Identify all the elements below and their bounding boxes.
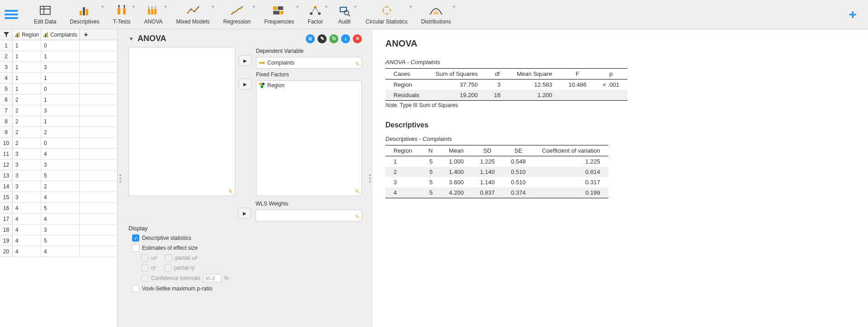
table-cell: 1.225 (534, 156, 608, 167)
cell-region[interactable]: 2 (13, 138, 41, 148)
toolbar-regression[interactable]: Regression▼ (217, 4, 258, 25)
cell-region[interactable]: 1 (13, 84, 41, 94)
close-button[interactable]: ✕ (353, 34, 362, 43)
move-to-wls-button[interactable]: ▶ (238, 208, 251, 219)
splitter-right[interactable] (367, 29, 373, 327)
column-header-region[interactable]: Region (13, 29, 41, 40)
cell-region[interactable]: 3 (13, 181, 41, 192)
cell-region[interactable]: 4 (13, 214, 41, 224)
toolbar-audit[interactable]: Audit▼ (330, 4, 359, 25)
toolbar-descriptives[interactable]: Descriptives▼ (63, 4, 106, 25)
factors-field[interactable]: Region ✎ (256, 80, 362, 196)
cell-complaints[interactable]: 5 (41, 235, 80, 246)
data-row[interactable]: 621 (0, 94, 117, 105)
cell-complaints[interactable]: 4 (41, 149, 80, 159)
cb-descriptive[interactable]: ✓ Descriptive statistics (128, 234, 362, 242)
filter-button[interactable] (0, 29, 13, 40)
data-row[interactable]: 1335 (0, 170, 117, 181)
info-button[interactable]: i (341, 34, 350, 43)
toolbar-frequencies[interactable]: Frequencies▼ (257, 4, 301, 25)
cell-region[interactable]: 4 (13, 203, 41, 213)
data-row[interactable]: 110 (0, 40, 117, 51)
svg-point-42 (382, 9, 384, 11)
cell-region[interactable]: 4 (13, 246, 41, 257)
add-column-button[interactable]: + (80, 29, 92, 40)
cb-effect-size[interactable]: Estimates of effect size (128, 244, 362, 252)
data-row[interactable]: 1233 (0, 159, 117, 170)
data-row[interactable]: 1134 (0, 149, 117, 159)
cell-complaints[interactable]: 5 (41, 170, 80, 181)
cell-complaints[interactable]: 4 (41, 192, 80, 202)
data-row[interactable]: 1843 (0, 224, 117, 235)
refresh-button[interactable]: ↻ (329, 34, 338, 43)
move-to-depvar-button[interactable]: ▶ (239, 55, 251, 66)
cell-complaints[interactable]: 3 (41, 62, 80, 72)
cell-complaints[interactable]: 1 (41, 73, 80, 83)
cell-complaints[interactable]: 1 (41, 116, 80, 126)
hamburger-menu[interactable] (5, 10, 18, 19)
cell-complaints[interactable]: 0 (41, 138, 80, 148)
data-row[interactable]: 1432 (0, 181, 117, 192)
data-row[interactable]: 1534 (0, 192, 117, 203)
move-to-factors-button[interactable]: ▶ (239, 79, 251, 89)
table-cell: 10.486 (560, 79, 595, 90)
data-row[interactable]: 411 (0, 73, 117, 84)
toolbar-factor[interactable]: Factor▼ (301, 4, 330, 25)
cell-region[interactable]: 3 (13, 170, 41, 181)
data-row[interactable]: 1645 (0, 203, 117, 214)
data-row[interactable]: 723 (0, 105, 117, 116)
cell-complaints[interactable]: 3 (41, 159, 80, 170)
variable-list[interactable]: ✎ (128, 47, 235, 196)
add-module-button[interactable]: + (842, 7, 863, 22)
depvar-field[interactable]: Complaints ✎ (256, 57, 362, 69)
cell-complaints[interactable]: 1 (41, 94, 80, 105)
cell-region[interactable]: 2 (13, 116, 41, 126)
cell-complaints[interactable]: 3 (41, 105, 80, 116)
cell-region[interactable]: 1 (13, 40, 41, 51)
cell-complaints[interactable]: 2 (41, 181, 80, 192)
data-row[interactable]: 1020 (0, 138, 117, 149)
data-row[interactable]: 313 (0, 62, 117, 73)
cell-region[interactable]: 4 (13, 224, 41, 235)
wls-field[interactable]: ✎ (256, 210, 362, 221)
cell-region[interactable]: 2 (13, 94, 41, 105)
toolbar-t-tests[interactable]: T-Tests▼ (106, 4, 138, 25)
toolbar-anova[interactable]: ANOVA▼ (137, 4, 169, 25)
cell-region[interactable]: 1 (13, 62, 41, 72)
data-row[interactable]: 1744 (0, 214, 117, 224)
cell-complaints[interactable]: 4 (41, 246, 80, 257)
cell-region[interactable]: 1 (13, 51, 41, 61)
cell-region[interactable]: 2 (13, 127, 41, 137)
data-row[interactable]: 2044 (0, 246, 117, 257)
toolbar-circular-statistics[interactable]: Circular Statistics▼ (359, 4, 414, 25)
data-row[interactable]: 1945 (0, 235, 117, 246)
cell-region[interactable]: 2 (13, 105, 41, 116)
collapse-icon[interactable]: ▼ (128, 36, 134, 42)
data-row[interactable]: 922 (0, 127, 117, 138)
r-code-button[interactable]: R (306, 34, 315, 43)
cell-complaints[interactable]: 3 (41, 224, 80, 235)
cell-region[interactable]: 3 (13, 149, 41, 159)
cell-region[interactable]: 3 (13, 192, 41, 202)
cell-region[interactable]: 3 (13, 159, 41, 170)
data-row[interactable]: 821 (0, 116, 117, 127)
cell-complaints[interactable]: 0 (41, 84, 80, 94)
cell-complaints[interactable]: 2 (41, 127, 80, 137)
toolbar-mixed-models[interactable]: Mixed Models▼ (170, 4, 217, 25)
chevron-down-icon: ▼ (132, 5, 135, 9)
cell-complaints[interactable]: 4 (41, 214, 80, 224)
splitter-left[interactable] (118, 29, 123, 327)
data-row[interactable]: 211 (0, 51, 117, 62)
cell-complaints[interactable]: 5 (41, 203, 80, 213)
toolbar-distributions[interactable]: Distributions▼ (414, 4, 458, 25)
cell-region[interactable]: 1 (13, 73, 41, 83)
cb-vovk[interactable]: Vovk-Sellke maximum p-ratio (128, 285, 362, 292)
data-row[interactable]: 510 (0, 84, 117, 94)
cell-complaints[interactable]: 1 (41, 51, 80, 61)
column-header-complaints[interactable]: Complaints (41, 29, 80, 40)
toolbar-edit-data[interactable]: Edit Data (27, 4, 63, 25)
cell-region[interactable]: 4 (13, 235, 41, 246)
cell-complaints[interactable]: 0 (41, 40, 80, 51)
edit-button[interactable]: ✎ (318, 34, 327, 43)
svg-rect-6 (118, 8, 120, 14)
